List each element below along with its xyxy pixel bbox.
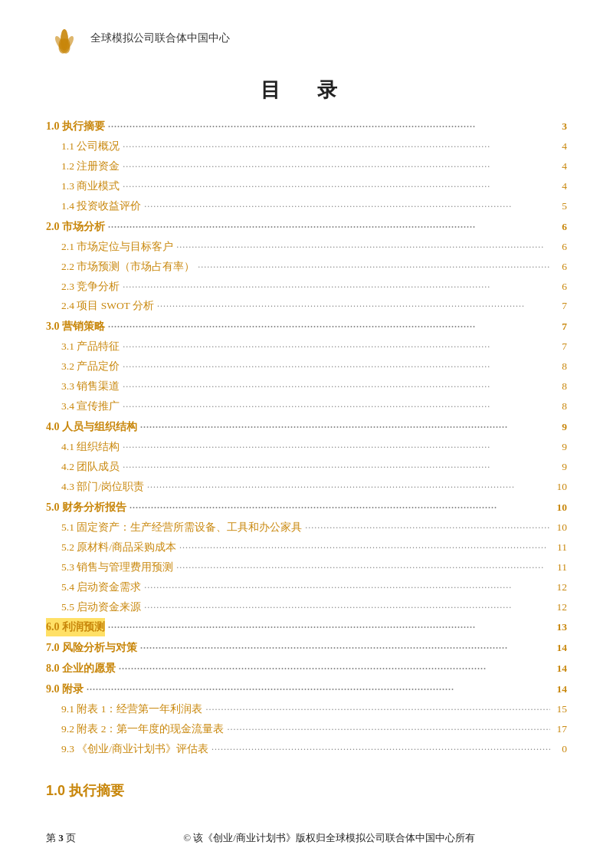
toc-item[interactable]: 1.0 执行摘要································… xyxy=(46,117,567,136)
toc-item-text: 2.2 市场预测（市场占有率） xyxy=(46,258,195,276)
toc-item[interactable]: 1.2 注册资金································… xyxy=(46,158,567,176)
toc-item[interactable]: 2.4 项目 SWOT 分析··························… xyxy=(46,298,567,315)
toc-item[interactable]: 7.0 风险分析与对策·····························… xyxy=(46,639,567,657)
toc-dots: ········································… xyxy=(211,741,550,757)
toc-item-text: 3.1 产品特征 xyxy=(46,338,120,356)
toc-item[interactable]: 4.1 组织结构································… xyxy=(46,439,567,456)
toc-item[interactable]: 8.0 企业的愿景·······························… xyxy=(46,659,567,678)
toc-item-text: 2.3 竞争分析 xyxy=(46,278,120,296)
toc-dots: ········································… xyxy=(123,339,550,354)
toc-item[interactable]: 9.1 附表 1：经营第一年利润表·······················… xyxy=(46,701,567,718)
toc-page-num: 5 xyxy=(553,198,567,215)
toc-item-text: 5.1 固定资产：生产经营所需设备、工具和办公家具 xyxy=(46,519,302,537)
toc-page-num: 17 xyxy=(553,721,567,738)
toc-page-num: 15 xyxy=(553,701,567,718)
toc-item[interactable]: 5.5 启动资金来源······························… xyxy=(46,599,567,616)
toc-item[interactable]: 9.2 附表 2：第一年度的现金流量表·····················… xyxy=(46,721,567,738)
toc-page-num: 11 xyxy=(553,559,567,577)
toc-item-text: 1.3 商业模式 xyxy=(46,178,120,196)
toc-dots: ········································… xyxy=(305,520,550,535)
toc-item[interactable]: 4.3 部门/岗位职责·····························… xyxy=(46,478,567,496)
toc-item[interactable]: 3.3 销售渠道································… xyxy=(46,378,567,396)
toc-dots: ········································… xyxy=(140,419,550,435)
toc-dots: ········································… xyxy=(157,298,550,314)
toc-dots: ········································… xyxy=(119,661,550,676)
toc-item[interactable]: 2.2 市场预测（市场占有率）·························… xyxy=(46,258,567,276)
toc-item[interactable]: 5.0 财务分析报告······························… xyxy=(46,498,567,517)
toc-item[interactable]: 5.3 销售与管理费用预测···························… xyxy=(46,559,567,577)
toc-page-num: 8 xyxy=(553,378,567,396)
logo-icon xyxy=(46,23,83,54)
toc-page-num: 6 xyxy=(553,258,567,276)
section-heading: 1.0 执行摘要 xyxy=(46,781,567,800)
toc-item[interactable]: 2.1 市场定位与目标客户···························… xyxy=(46,238,567,256)
toc-container: 1.0 执行摘要································… xyxy=(46,117,567,758)
toc-item[interactable]: 6.0 利润预测································… xyxy=(46,618,567,636)
page-num: 3 xyxy=(58,832,66,843)
toc-item[interactable]: 9.3 《创业/商业计划书》评估表·······················… xyxy=(46,741,567,758)
toc-item-text: 9.1 附表 1：经营第一年利润表 xyxy=(46,701,202,718)
toc-item-text: 1.1 公司概况 xyxy=(46,138,120,156)
toc-dots: ········································… xyxy=(144,580,550,595)
toc-item-text: 3.2 产品定价 xyxy=(46,358,120,376)
toc-item[interactable]: 4.2 团队成员································… xyxy=(46,459,567,476)
toc-dots: ········································… xyxy=(123,459,550,475)
toc-item-text: 4.0 人员与组织结构 xyxy=(46,418,137,436)
toc-item[interactable]: 3.0 营销策略································… xyxy=(46,317,567,336)
toc-item[interactable]: 5.1 固定资产：生产经营所需设备、工具和办公家具···············… xyxy=(46,519,567,537)
toc-page-num: 10 xyxy=(553,478,567,496)
toc-page-num: 13 xyxy=(553,619,567,636)
toc-item[interactable]: 4.0 人员与组织结构·····························… xyxy=(46,418,567,436)
toc-page-num: 12 xyxy=(553,599,567,616)
toc-page-num: 14 xyxy=(553,639,567,657)
toc-dots: ········································… xyxy=(123,439,550,455)
toc-page-num: 6 xyxy=(553,278,567,296)
footer-page: 第 3 页 xyxy=(46,831,76,845)
toc-item[interactable]: 1.3 商业模式································… xyxy=(46,178,567,196)
toc-item-text: 3.3 销售渠道 xyxy=(46,378,120,396)
toc-dots: ········································… xyxy=(108,219,550,235)
toc-item[interactable]: 9.0 附录··································… xyxy=(46,680,567,699)
toc-dots: ········································… xyxy=(144,199,550,214)
toc-dots: ········································… xyxy=(123,159,550,174)
toc-item-text: 5.5 启动资金来源 xyxy=(46,599,141,616)
company-name: 全球模拟公司联合体中国中心 xyxy=(90,31,230,45)
toc-page-num: 7 xyxy=(553,338,567,356)
toc-dots: ········································… xyxy=(147,479,550,495)
toc-item-text: 4.2 团队成员 xyxy=(46,459,120,476)
page-unit: 页 xyxy=(66,832,76,843)
toc-item[interactable]: 2.3 竞争分析································… xyxy=(46,278,567,296)
footer-copyright: © 该《创业/商业计划书》版权归全球模拟公司联合体中国中心所有 xyxy=(91,831,567,845)
toc-page-num: 14 xyxy=(553,681,567,699)
toc-item[interactable]: 3.1 产品特征································… xyxy=(46,338,567,356)
toc-page-num: 8 xyxy=(553,398,567,416)
toc-page-num: 10 xyxy=(553,499,567,517)
toc-item[interactable]: 1.4 投资收益评价······························… xyxy=(46,198,567,215)
toc-item[interactable]: 5.2 原材料/商品采购成本··························… xyxy=(46,539,567,557)
title-section: 目 录 xyxy=(46,77,567,104)
toc-item-text: 9.2 附表 2：第一年度的现金流量表 xyxy=(46,721,224,738)
toc-page-num: 6 xyxy=(553,238,567,256)
toc-item-text: 5.4 启动资金需求 xyxy=(46,579,141,597)
toc-item[interactable]: 2.0 市场分析································… xyxy=(46,218,567,236)
toc-dots: ········································… xyxy=(179,540,550,555)
toc-item[interactable]: 3.2 产品定价································… xyxy=(46,358,567,376)
toc-dots: ········································… xyxy=(198,259,550,275)
toc-page-num: 3 xyxy=(553,118,567,136)
toc-item-text: 9.0 附录 xyxy=(46,680,84,699)
toc-page-num: 9 xyxy=(553,459,567,476)
toc-page-num: 9 xyxy=(553,419,567,436)
toc-dots: ········································… xyxy=(108,119,550,134)
toc-item[interactable]: 1.1 公司概况································… xyxy=(46,138,567,156)
toc-dots: ········································… xyxy=(176,560,550,575)
toc-dots: ········································… xyxy=(123,399,550,414)
toc-page-num: 8 xyxy=(553,358,567,376)
toc-dots: ········································… xyxy=(227,722,550,737)
toc-item-text: 7.0 风险分析与对策 xyxy=(46,639,137,657)
toc-dots: ········································… xyxy=(123,179,550,194)
toc-page-num: 4 xyxy=(553,178,567,196)
toc-item[interactable]: 3.4 宣传推广································… xyxy=(46,398,567,416)
toc-dots: ········································… xyxy=(176,239,550,255)
toc-item[interactable]: 5.4 启动资金需求······························… xyxy=(46,579,567,597)
toc-item-text: 3.0 营销策略 xyxy=(46,317,105,336)
